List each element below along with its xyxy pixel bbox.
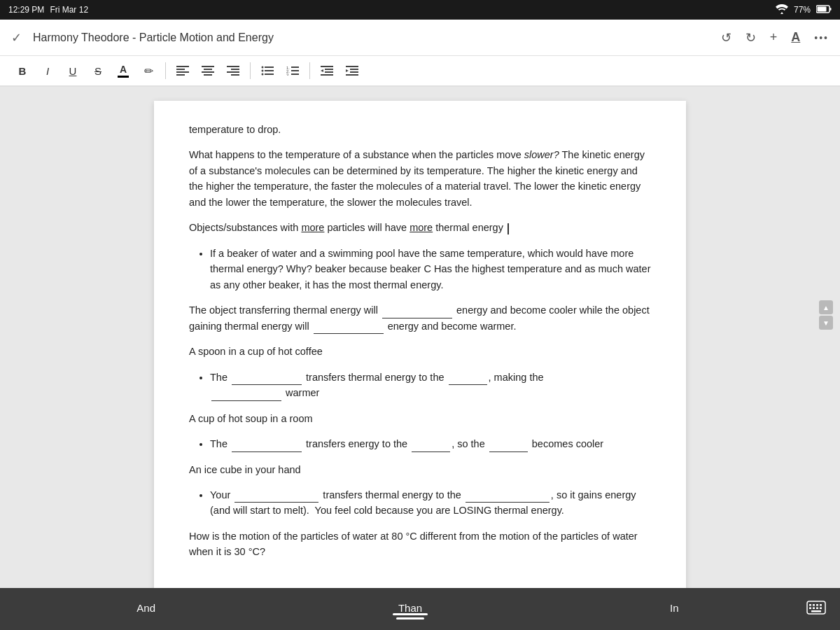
- svg-rect-1: [818, 6, 827, 11]
- svg-rect-35: [346, 74, 358, 76]
- paragraph-kinetic: What happens to the temperature of a sub…: [189, 147, 651, 210]
- strikethrough-button[interactable]: S: [87, 59, 109, 82]
- blank-1: [382, 318, 452, 318]
- more-button[interactable]: •••: [814, 32, 829, 43]
- underline-more-2: more: [410, 222, 433, 233]
- svg-rect-41: [820, 604, 822, 606]
- indent-increase-button[interactable]: [341, 59, 363, 82]
- objects-line: Objects/substances with more particles w…: [189, 220, 651, 235]
- indent-decrease-button[interactable]: [316, 59, 338, 82]
- separator-3: [309, 62, 310, 79]
- svg-rect-45: [820, 607, 822, 609]
- the-label-spoon: The: [210, 372, 227, 383]
- blank-2: [314, 333, 384, 334]
- unordered-list-button[interactable]: [256, 59, 279, 82]
- blank-spoon-2: [449, 384, 487, 385]
- blank-spoon-3: [211, 400, 281, 401]
- svg-rect-28: [325, 69, 333, 70]
- bottom-bar: And Than In: [0, 588, 840, 630]
- svg-rect-33: [350, 69, 358, 70]
- blank-ice-2: [465, 502, 550, 503]
- blank-ice-1: [234, 502, 318, 503]
- bullet-ice-item: Your transfers thermal energy to the , s…: [210, 487, 651, 519]
- font-color-button[interactable]: A: [112, 59, 134, 82]
- svg-rect-27: [321, 66, 333, 67]
- svg-rect-42: [809, 607, 811, 609]
- bullet-cup-item: The transfers energy to the , so the bec…: [210, 436, 651, 451]
- bullet-list-ice: Your transfers thermal energy to the , s…: [210, 487, 651, 519]
- font-button[interactable]: A: [791, 30, 800, 45]
- scroll-down-arrow[interactable]: ▼: [819, 316, 833, 330]
- italic-button[interactable]: I: [36, 59, 59, 82]
- redo-button[interactable]: ↻: [746, 30, 756, 46]
- wifi-icon: [776, 4, 788, 16]
- scroll-arrows[interactable]: ▲ ▼: [819, 300, 833, 330]
- bottom-btn-in[interactable]: In: [542, 602, 806, 617]
- svg-rect-9: [202, 71, 214, 73]
- svg-rect-14: [231, 74, 239, 76]
- align-right-button[interactable]: [222, 59, 244, 82]
- check-icon[interactable]: ✓: [11, 30, 22, 46]
- undo-button[interactable]: ↺: [721, 30, 732, 46]
- align-left-button[interactable]: [172, 59, 194, 82]
- cursor: [507, 223, 509, 234]
- svg-rect-11: [227, 66, 239, 67]
- bullet-list-cup: The transfers energy to the , so the bec…: [210, 436, 651, 451]
- pencil-button[interactable]: ✏: [137, 59, 160, 82]
- bold-button[interactable]: B: [11, 59, 34, 82]
- intro-line: temperature to drop.: [189, 122, 651, 137]
- blank-cup-3: [489, 451, 528, 452]
- bottom-btn-and[interactable]: And: [14, 602, 278, 617]
- blank-cup-1: [232, 451, 302, 452]
- svg-rect-5: [176, 71, 189, 73]
- svg-marker-36: [346, 69, 349, 72]
- svg-rect-24: [291, 70, 299, 71]
- keyboard-icon[interactable]: [806, 601, 826, 618]
- svg-rect-12: [231, 69, 239, 70]
- status-bar: 12:29 PM Fri Mar 12 77%: [0, 0, 840, 20]
- svg-rect-44: [816, 607, 818, 609]
- ordered-list-button[interactable]: 1.2.3.: [281, 59, 304, 82]
- content-area[interactable]: temperature to drop. What happens to the…: [0, 87, 840, 588]
- section-ice: An ice cube in your hand: [189, 462, 651, 477]
- document-page: temperature to drop. What happens to the…: [154, 101, 686, 588]
- svg-rect-10: [204, 74, 212, 76]
- svg-rect-3: [176, 66, 189, 67]
- time-display: 12:29 PM: [8, 5, 44, 15]
- svg-text:3.: 3.: [286, 73, 290, 76]
- bullet-beaker: If a beaker of water and a swimming pool…: [210, 246, 651, 293]
- section-spoon: A spoon in a cup of hot coffee: [189, 344, 651, 359]
- blank-spoon-1: [232, 384, 302, 385]
- svg-point-17: [262, 70, 264, 72]
- svg-rect-7: [202, 66, 214, 67]
- active-indicator: [393, 613, 428, 615]
- color-bar: [118, 76, 129, 78]
- add-button[interactable]: +: [770, 30, 778, 45]
- battery-display: 77%: [794, 5, 811, 15]
- bullet-spoon-item: The transfers thermal energy to the , ma…: [210, 370, 651, 401]
- svg-rect-8: [204, 69, 212, 70]
- the-label-cup: The: [210, 438, 227, 449]
- bottom-btn-than[interactable]: Than: [278, 602, 542, 617]
- separator-1: [165, 62, 166, 79]
- svg-rect-38: [809, 604, 811, 606]
- bullet-list-beaker: If a beaker of water and a swimming pool…: [210, 246, 651, 293]
- svg-rect-6: [176, 74, 185, 76]
- svg-rect-22: [291, 66, 299, 68]
- title-bar: ✓ Harmony Theodore - Particle Motion and…: [0, 20, 840, 56]
- svg-rect-32: [346, 66, 358, 67]
- svg-rect-26: [291, 74, 299, 75]
- italic-slower: slower?: [524, 149, 559, 160]
- battery-icon: [816, 5, 832, 15]
- align-center-button[interactable]: [197, 59, 219, 82]
- question-80c: How is the motion of the particles of wa…: [189, 528, 651, 560]
- svg-point-19: [262, 74, 264, 76]
- scroll-up-arrow[interactable]: ▲: [819, 300, 833, 314]
- svg-rect-2: [830, 8, 832, 10]
- svg-rect-30: [321, 74, 333, 76]
- svg-rect-43: [813, 607, 815, 609]
- svg-rect-40: [816, 604, 818, 606]
- svg-rect-20: [265, 74, 274, 75]
- underline-button[interactable]: U: [62, 59, 84, 82]
- svg-rect-16: [265, 66, 274, 68]
